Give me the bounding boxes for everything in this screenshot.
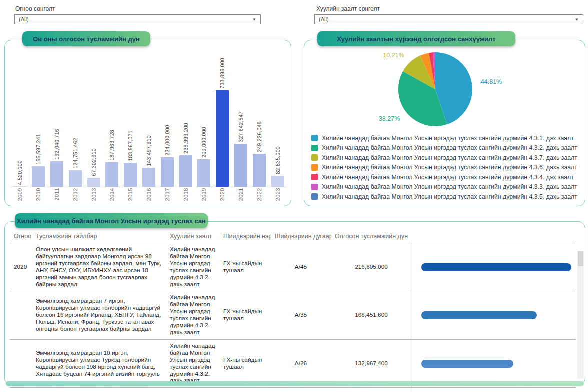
- bar[interactable]: [13, 186, 26, 187]
- legend-label: Хилийн чанадад байгаа Монгол Улсын иргэд…: [322, 193, 577, 200]
- col-header-decision-name[interactable]: Шийдвэрийн нэр: [219, 233, 271, 240]
- bar-x-label: 2016: [146, 188, 152, 201]
- date-filter-label: Огноо сонголт: [15, 5, 55, 12]
- col-header-date[interactable]: Огноо: [10, 233, 32, 240]
- bar[interactable]: [50, 161, 63, 187]
- bar[interactable]: [87, 178, 100, 187]
- cell-amount-bar: [412, 340, 576, 387]
- bar-column[interactable]: 124,751,462: [66, 50, 84, 187]
- table-bottom-scroll-strip[interactable]: [6, 381, 584, 386]
- cell-date: [10, 291, 32, 339]
- legend-label: Хилийн чанадад байгаа Монгол Улсын иргэд…: [322, 144, 577, 151]
- bar-column[interactable]: 4,520,000: [11, 50, 29, 187]
- table: Огноо Тусламжийн тайлбар Хуулийн заалт Ш…: [10, 230, 576, 392]
- legend-item[interactable]: Хилийн чанадад байгаа Монгол Улсын иргэд…: [311, 172, 582, 182]
- legend-item[interactable]: Хилийн чанадад байгаа Монгол Улсын иргэд…: [311, 163, 582, 173]
- legend-item[interactable]: Хилийн чанадад байгаа Монгол Улсын иргэд…: [311, 153, 582, 163]
- date-filter-dropdown[interactable]: (All) ▼: [14, 14, 261, 24]
- table-title: Хилийн чанадад байгаа Монгол Улсын иргэд…: [17, 217, 206, 225]
- bar-value-label: 82,835,000: [275, 146, 281, 174]
- pie-percentage-label: 38.27%: [379, 115, 400, 122]
- amount-data-bar[interactable]: [421, 263, 571, 271]
- bar[interactable]: [234, 144, 247, 187]
- cell-law: Хилийн чанадад байгаа Монгол Улсын иргэд…: [166, 340, 219, 387]
- bar[interactable]: [161, 157, 174, 187]
- scrollbar-thumb[interactable]: [578, 251, 583, 266]
- bar-column[interactable]: 183,967,071: [121, 50, 140, 187]
- bar-x-label: 2014: [109, 188, 115, 201]
- bar[interactable]: [32, 166, 45, 187]
- bar-x-label: 2020: [219, 188, 225, 201]
- bar-value-label: 187,963,728: [109, 130, 115, 161]
- chevron-down-icon: ▼: [252, 17, 256, 22]
- legend-item[interactable]: Хилийн чанадад байгаа Монгол Улсын иргэд…: [311, 133, 582, 143]
- cell-law: Хилийн чанадад байгаа Монгол Улсын иргэд…: [166, 291, 219, 339]
- bar-column[interactable]: 224,000,000: [158, 50, 176, 187]
- cell-empty: [412, 388, 576, 392]
- col-header-law[interactable]: Хуулийн заалт: [166, 233, 219, 240]
- bar[interactable]: [69, 170, 82, 187]
- bar-column[interactable]: 143,497,610: [140, 50, 158, 187]
- table-vertical-scrollbar[interactable]: [577, 251, 584, 379]
- bar-value-label: 183,967,071: [127, 130, 133, 161]
- bar-x-label: 2011: [54, 188, 60, 201]
- cell-empty: [271, 388, 331, 392]
- col-header-description[interactable]: Тусламжийн тайлбар: [32, 233, 166, 240]
- bar-value-label: 224,000,000: [164, 125, 170, 156]
- amount-data-bar[interactable]: [421, 311, 537, 319]
- bar-column[interactable]: 82,835,000: [268, 50, 287, 187]
- law-filter-value: (All): [319, 16, 329, 22]
- cell-description: Эмчилгээнд хамрагдсан 7 иргэн, Коронавир…: [32, 291, 166, 339]
- pie-legend: Хилийн чанадад байгаа Монгол Улсын иргэд…: [311, 133, 582, 202]
- legend-item[interactable]: Хилийн чанадад байгаа Монгол Улсын иргэд…: [311, 182, 582, 192]
- bar[interactable]: [216, 90, 229, 187]
- bar-x-label: 2012: [72, 188, 78, 201]
- cell-description: Олон улсын шилжилт хөдөлгөөний байгуулла…: [32, 243, 166, 291]
- bar-x-label: 2022: [256, 188, 262, 201]
- bar[interactable]: [197, 159, 210, 187]
- bar[interactable]: [142, 168, 155, 187]
- pie-svg: 44.81%38.27%10.21%0.02%: [304, 44, 584, 132]
- bar-x-label: 2013: [91, 188, 97, 201]
- cell-amount: 216,605,000: [331, 243, 412, 291]
- bar[interactable]: [179, 155, 192, 187]
- bar-column[interactable]: 327,642,547: [232, 50, 250, 187]
- bar-column[interactable]: 67,302,910: [84, 50, 103, 187]
- table-body: 2020Олон улсын шилжилт хөдөлгөөний байгу…: [10, 243, 576, 392]
- col-header-amount[interactable]: Олгосон тусламжийн дүн: [331, 233, 412, 240]
- table-row[interactable]: Эмчилгээнд хамрагдсан 10 иргэн, Коронави…: [10, 339, 576, 387]
- bar-chart-title: Он оны олгосон тусламжийн дүн: [33, 35, 140, 43]
- table-title-badge: Хилийн чанадад байгаа Монгол Улсын иргэд…: [15, 213, 208, 228]
- bar-x-label: 2021: [238, 188, 244, 201]
- table-row[interactable]: 2020Олон улсын шилжилт хөдөлгөөний байгу…: [10, 243, 576, 291]
- bar-column[interactable]: 733,896,000: [213, 50, 232, 187]
- bar-column[interactable]: 238,999,200: [176, 50, 195, 187]
- bar-value-label: 4,520,000: [17, 160, 23, 185]
- bar-value-label: 238,999,200: [183, 123, 189, 154]
- legend-item[interactable]: Хилийн чанадад байгаа Монгол Улсын иргэд…: [311, 143, 582, 153]
- table-row-empty: [10, 387, 576, 392]
- bar[interactable]: [105, 162, 118, 187]
- bar-column[interactable]: 187,963,728: [103, 50, 121, 187]
- bar-column[interactable]: 249,226,048: [250, 50, 268, 187]
- bar-value-label: 143,497,610: [146, 135, 152, 166]
- law-filter-dropdown[interactable]: (All) ▼: [314, 14, 583, 24]
- table-row[interactable]: Эмчилгээнд хамрагдсан 7 иргэн, Коронавир…: [10, 291, 576, 339]
- bar-value-label: 155,597,241: [35, 134, 41, 165]
- col-header-decision-number[interactable]: Шийдвэрийн дугаар: [271, 233, 331, 240]
- bar[interactable]: [253, 154, 266, 187]
- legend-item[interactable]: Хилийн чанадад байгаа Монгол Улсын иргэд…: [311, 192, 582, 202]
- bar-value-label: 67,302,910: [91, 148, 97, 176]
- bar-column[interactable]: 192,040,716: [48, 50, 66, 187]
- bar[interactable]: [271, 176, 284, 187]
- amount-data-bar[interactable]: [421, 360, 513, 368]
- legend-label: Хилийн чанадад байгаа Монгол Улсын иргэд…: [322, 164, 577, 171]
- cell-amount-bar: [412, 243, 576, 291]
- cell-decision-number: А/26: [271, 340, 331, 387]
- bar-x-label: 2019: [201, 188, 207, 201]
- bar-column[interactable]: 155,597,241: [29, 50, 48, 187]
- cell-amount-bar: [412, 291, 576, 339]
- bar-value-label: 209,000,000: [201, 127, 207, 158]
- bar[interactable]: [124, 163, 137, 187]
- bar-column[interactable]: 209,000,000: [195, 50, 213, 187]
